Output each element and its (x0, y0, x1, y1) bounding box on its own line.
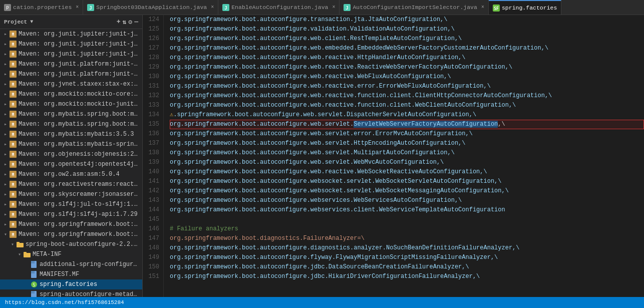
line-num-128: 128 (147, 53, 159, 63)
svg-text:S: S (33, 283, 36, 287)
tree-item-5[interactable]: ▸MMaven: org.jvnet.staxex:stax-ex:1.8.1 (0, 79, 142, 89)
tree-item-17[interactable]: ▸MMaven: org.slf4j:jul-to-slf4j:1.7.29 (0, 199, 142, 209)
tree-item-0[interactable]: ▸MMaven: org.junit.jupiter:junit-jupiter… (0, 29, 142, 39)
tree-container: ▸MMaven: org.junit.jupiter:junit-jupiter… (0, 29, 142, 297)
svg-rect-55 (24, 252, 27, 253)
tree-item-14[interactable]: ▸MMaven: org.ow2.asm:asm:5.0.4 (0, 169, 142, 179)
tree-icon-maven: M (9, 180, 17, 188)
tree-arrow-15: ▸ (2, 181, 9, 187)
code-line-135: org.springframework.boot.autoconfigure.w… (170, 120, 644, 129)
sort-icon[interactable]: ⇅ (123, 18, 127, 26)
add-icon[interactable]: + (117, 18, 121, 26)
tree-item-24[interactable]: MANIFEST.MF (0, 269, 142, 279)
tree-item-11[interactable]: ▸MMaven: org.mybatis:mybatis-spring:2.0.… (0, 139, 142, 149)
tree-item-19[interactable]: ▸MMaven: org.springframework.boot:sprin (0, 219, 142, 229)
svg-rect-54 (24, 253, 31, 257)
line-num-136: 136 (147, 129, 159, 139)
line-num-137: 137 (147, 139, 159, 148)
tree-item-3[interactable]: ▸MMaven: org.junit.platform:junit-platfo… (0, 59, 142, 69)
tree-arrow-4: ▸ (2, 71, 9, 77)
tree-item-1[interactable]: ▸MMaven: org.junit.jupiter:junit-jupiter… (0, 39, 142, 49)
tree-item-16[interactable]: ▸MMaven: org.skyscreamer:jsonassert:1.5.… (0, 189, 142, 199)
tree-arrow-20: ▾ (2, 231, 9, 237)
tree-item-15[interactable]: ▸MMaven: org.reactivestreams:reactive-st… (0, 179, 142, 189)
tree-label-2: Maven: org.junit.jupiter:junit-jupiter-p… (19, 51, 140, 58)
tab-label-spring-factories: spring.factories (502, 5, 557, 11)
tab-close-springboot-data-app[interactable]: × (211, 5, 214, 10)
tree-icon-maven: M (9, 40, 17, 48)
tab-auto-config-import[interactable]: JAutoConfigurationImportSelector.java× (340, 0, 488, 15)
line-num-149: 149 (147, 253, 159, 262)
line-num-151: 151 (147, 272, 159, 281)
tree-icon-maven: M (9, 110, 17, 118)
code-line-144: org.springframework.boot.autoconfigure.w… (170, 205, 644, 215)
tree-label-11: Maven: org.mybatis:mybatis-spring:2.0.3 (19, 141, 140, 148)
tree-item-12[interactable]: ▸MMaven: org.objenesis:objenesis:2.6 (0, 149, 142, 159)
tree-item-8[interactable]: ▸MMaven: org.mybatis.spring.boot:mybatis… (0, 109, 142, 119)
tab-close-application-properties[interactable]: × (76, 5, 79, 10)
line-num-131: 131 (147, 82, 159, 91)
code-container[interactable]: 1241251261271281291301311321331341351361… (143, 15, 644, 297)
code-line-137: org.springframework.boot.autoconfigure.w… (170, 139, 644, 148)
code-line-138: org.springframework.boot.autoconfigure.w… (170, 148, 644, 158)
svg-text:M: M (12, 233, 15, 237)
tree-item-6[interactable]: ▸MMaven: org.mockito:mockito-core:3.1.0 (0, 89, 142, 99)
close-icon[interactable]: — (134, 18, 138, 26)
tab-close-auto-config-import[interactable]: × (481, 5, 484, 10)
tree-icon-maven: M (9, 60, 17, 68)
status-url: https://blog.csdn.net/hsf15768615284 (5, 299, 124, 305)
tree-item-7[interactable]: ▸MMaven: org.mockito:mockito-junit-jupit… (0, 99, 142, 109)
tree-item-4[interactable]: ▸MMaven: org.junit.platform:junit-platfo… (0, 69, 142, 79)
svg-text:J: J (90, 6, 92, 11)
tab-application-properties[interactable]: Pcation.properties× (0, 0, 83, 15)
svg-text:M: M (12, 213, 15, 217)
tree-item-18[interactable]: ▸MMaven: org.slf4j:slf4j-api:1.7.29 (0, 209, 142, 219)
tab-enable-auto-config[interactable]: JEnableAutoConfiguration.java× (218, 0, 340, 15)
tree-item-23[interactable]: additional-spring-configuration (0, 259, 142, 269)
svg-text:M: M (12, 53, 15, 57)
tab-spring-factories[interactable]: SFspring.factories (489, 0, 561, 15)
tree-item-26[interactable]: spring-autoconfigure-metadata. (0, 289, 142, 297)
tree-label-3: Maven: org.junit.platform:junit-platform… (19, 61, 140, 68)
tree-icon-spring: S (30, 280, 38, 288)
tree-label-24: MANIFEST.MF (40, 271, 79, 278)
tree-label-4: Maven: org.junit.platform:junit-platform… (19, 71, 140, 78)
tree-item-2[interactable]: ▸MMaven: org.junit.jupiter:junit-jupiter… (0, 49, 142, 59)
line-num-139: 139 (147, 158, 159, 167)
svg-text:SF: SF (494, 7, 499, 11)
tree-item-9[interactable]: ▸MMaven: org.mybatis.spring.boot:mybatis… (0, 119, 142, 129)
tree-arrow-19: ▸ (2, 221, 9, 227)
settings-icon[interactable]: ⚙ (128, 18, 132, 26)
tree-item-22[interactable]: ▾META-INF (0, 249, 142, 259)
code-highlight-135: ServletWebServerFactoryAutoConfiguration (354, 121, 498, 128)
tab-springboot-data-app[interactable]: JSpringboot03DataApplication.java× (83, 0, 218, 15)
tree-icon-file (30, 260, 38, 268)
tree-arrow-1: ▸ (2, 41, 9, 47)
code-line-125: org.springframework.boot.autoconfigure.v… (170, 25, 644, 34)
tree-arrow-6: ▸ (2, 91, 9, 97)
line-num-145: 145 (147, 215, 159, 224)
svg-text:M: M (12, 143, 15, 147)
code-line-150: org.springframework.boot.autoconfigure.j… (170, 262, 644, 272)
line-num-141: 141 (147, 177, 159, 186)
tree-item-21[interactable]: ▾spring-boot-autoconfigure-2.2.2.RELE (0, 239, 142, 249)
tree-item-20[interactable]: ▾MMaven: org.springframework.boot:sprin (0, 229, 142, 239)
line-num-138: 138 (147, 148, 159, 158)
tree-arrow-12: ▸ (2, 151, 9, 157)
code-line-148: org.springframework.boot.autoconfigure.d… (170, 243, 644, 253)
tree-icon-maven: M (9, 140, 17, 148)
tree-item-25[interactable]: Sspring.factories (0, 279, 142, 289)
tree-item-13[interactable]: ▸MMaven: org.opentest4j:opentest4j:1.2.0 (0, 159, 142, 169)
svg-text:M: M (12, 113, 15, 117)
tree-icon-maven: M (9, 50, 17, 58)
sidebar-dropdown-icon[interactable]: ▼ (30, 19, 33, 25)
line-num-147: 147 (147, 234, 159, 243)
tree-item-10[interactable]: ▸MMaven: org.mybatis:mybatis:3.5.3 (0, 129, 142, 139)
tree-arrow-9: ▸ (2, 121, 9, 127)
tab-icon-java: J (87, 4, 94, 11)
svg-text:M: M (12, 43, 15, 47)
tree-label-21: spring-boot-autoconfigure-2.2.2.RELE (26, 241, 140, 248)
code-content: org.springframework.boot.autoconfigure.t… (164, 15, 644, 297)
tab-close-enable-auto-config[interactable]: × (332, 5, 335, 10)
tree-label-26: spring-autoconfigure-metadata. (40, 291, 140, 297)
